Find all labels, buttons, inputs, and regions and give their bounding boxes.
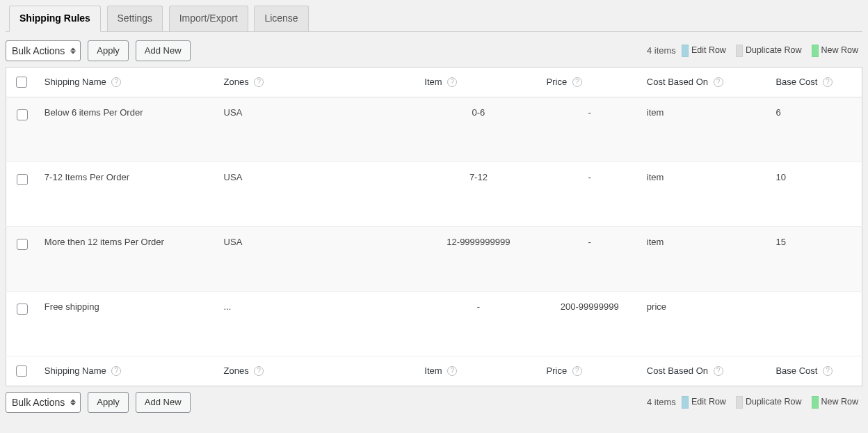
col-item[interactable]: Item [424, 365, 442, 376]
legend-swatch-new [812, 396, 819, 409]
help-icon[interactable]: ? [111, 366, 121, 376]
cell-zones: USA [217, 97, 418, 162]
tablenav-bottom: Bulk Actions Apply Add New 4 items Edit … [6, 392, 862, 413]
row-checkbox[interactable] [17, 174, 28, 185]
apply-button-bottom[interactable]: Apply [88, 392, 129, 413]
tab-import-export[interactable]: Import/Export [169, 6, 248, 31]
col-zones[interactable]: Zones [224, 77, 249, 87]
cell-cost-based-on: item [640, 97, 769, 162]
select-caret-icon [70, 399, 76, 405]
legend-edit-row[interactable]: Edit Row [691, 45, 726, 55]
add-new-button-top[interactable]: Add New [136, 40, 191, 61]
items-count-top: 4 items [647, 45, 676, 56]
col-cost-based-on[interactable]: Cost Based On [647, 365, 708, 376]
legend-edit-row[interactable]: Edit Row [691, 397, 726, 407]
cell-cost-based-on: price [640, 291, 769, 356]
cell-item: 12-9999999999 [417, 226, 539, 291]
add-new-button-bottom[interactable]: Add New [136, 392, 191, 413]
legend-duplicate-row[interactable]: Duplicate Row [746, 45, 802, 55]
table-row: 7-12 Items Per OrderUSA7-12-item10 [6, 162, 862, 226]
cell-base-cost [769, 291, 862, 356]
col-shipping-name[interactable]: Shipping Name [45, 77, 106, 87]
col-base-cost[interactable]: Base Cost [775, 365, 817, 376]
help-icon[interactable]: ? [572, 77, 582, 87]
help-icon[interactable]: ? [447, 77, 457, 87]
cell-base-cost: 10 [769, 162, 862, 226]
cell-base-cost: 15 [769, 226, 862, 291]
bulk-actions-select-bottom[interactable]: Bulk Actions [6, 392, 81, 413]
row-checkbox[interactable] [17, 109, 28, 120]
help-icon[interactable]: ? [447, 366, 457, 376]
cell-price: - [540, 97, 640, 162]
cell-shipping-name[interactable]: 7-12 Items Per Order [38, 162, 217, 226]
legend-duplicate-row[interactable]: Duplicate Row [746, 397, 802, 407]
legend-swatch-edit [682, 45, 689, 57]
col-cost-based-on[interactable]: Cost Based On [647, 77, 708, 87]
bulk-actions-value: Bulk Actions [12, 45, 65, 56]
legend-new-row[interactable]: New Row [821, 45, 859, 55]
cell-item: 7-12 [417, 162, 539, 226]
cell-price: - [540, 226, 640, 291]
tab-settings[interactable]: Settings [107, 6, 163, 31]
tablenav-top: Bulk Actions Apply Add New 4 items Edit … [6, 40, 862, 61]
select-all-checkbox-bottom[interactable] [16, 365, 27, 377]
row-checkbox[interactable] [17, 239, 28, 250]
col-zones[interactable]: Zones [224, 365, 249, 376]
help-icon[interactable]: ? [111, 77, 121, 87]
help-icon[interactable]: ? [823, 77, 833, 87]
help-icon[interactable]: ? [823, 366, 833, 376]
col-base-cost[interactable]: Base Cost [775, 77, 817, 87]
help-icon[interactable]: ? [714, 366, 723, 376]
cell-item: 0-6 [417, 97, 539, 162]
help-icon[interactable]: ? [714, 77, 723, 87]
cell-price: - [540, 162, 640, 226]
apply-button-top[interactable]: Apply [88, 40, 129, 61]
cell-zones: USA [217, 226, 418, 291]
bulk-actions-value: Bulk Actions [12, 397, 65, 408]
legend-new-row[interactable]: New Row [821, 397, 859, 407]
cell-shipping-name[interactable]: Below 6 items Per Order [38, 97, 217, 162]
help-icon[interactable]: ? [254, 366, 264, 376]
help-icon[interactable]: ? [572, 366, 582, 376]
table-row: More then 12 items Per OrderUSA12-999999… [6, 226, 862, 291]
cell-price: 200-99999999 [540, 291, 640, 356]
col-shipping-name[interactable]: Shipping Name [45, 365, 106, 376]
cell-cost-based-on: item [640, 162, 769, 226]
legend-swatch-edit [682, 396, 689, 409]
col-item[interactable]: Item [424, 77, 442, 87]
select-all-checkbox-top[interactable] [16, 77, 27, 88]
cell-zones: USA [217, 162, 418, 226]
legend-swatch-duplicate [736, 45, 743, 57]
legend-swatch-duplicate [736, 396, 743, 409]
help-icon[interactable]: ? [254, 77, 264, 87]
select-caret-icon [70, 47, 76, 54]
table-row: Below 6 items Per OrderUSA0-6-item6 [6, 97, 862, 162]
items-count-bottom: 4 items [647, 397, 676, 407]
cell-cost-based-on: item [640, 226, 769, 291]
tab-license[interactable]: License [254, 6, 308, 31]
legend-swatch-new [812, 45, 819, 57]
nav-tabs: Shipping Rules Settings Import/Export Li… [6, 6, 862, 32]
bulk-actions-select-top[interactable]: Bulk Actions [6, 40, 81, 61]
table-row: Free shipping...-200-99999999price [6, 291, 862, 356]
col-price[interactable]: Price [547, 365, 568, 376]
tab-shipping-rules[interactable]: Shipping Rules [9, 6, 101, 32]
shipping-rules-table: Shipping Name ? Zones ? Item ? Price ? C… [6, 67, 862, 386]
cell-item: - [417, 291, 539, 356]
cell-base-cost: 6 [769, 97, 862, 162]
cell-shipping-name[interactable]: Free shipping [38, 291, 217, 356]
row-checkbox[interactable] [17, 304, 28, 315]
col-price[interactable]: Price [547, 77, 568, 87]
cell-shipping-name[interactable]: More then 12 items Per Order [38, 226, 217, 291]
cell-zones: ... [217, 291, 418, 356]
